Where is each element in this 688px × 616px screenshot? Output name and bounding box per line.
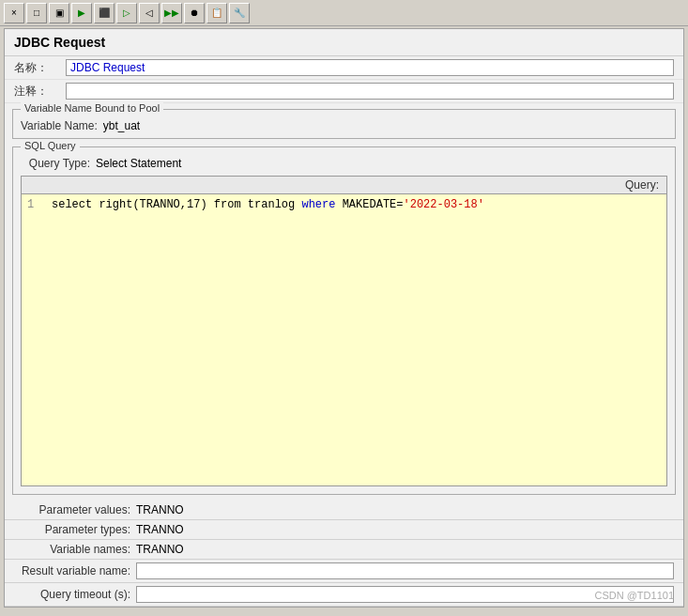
toolbar-btn-7[interactable]: ▶▶ (161, 3, 182, 23)
toolbar-btn-5[interactable]: ▷ (116, 3, 137, 23)
toolbar-btn-9[interactable]: 📋 (206, 3, 227, 23)
parameter-values-label: Parameter values: (14, 503, 136, 516)
variable-names-label: Variable names: (14, 543, 136, 556)
watermark: CSDN @TD1101 (594, 590, 674, 601)
toolbar-btn-4[interactable]: ⬛ (94, 3, 115, 23)
toolbar-btn-1[interactable]: □ (26, 3, 47, 23)
toolbar-btn-2[interactable]: ▣ (49, 3, 69, 23)
bottom-form: Parameter values: TRANNO Parameter types… (5, 500, 683, 607)
result-variable-row: Result variable name: (5, 560, 683, 583)
parameter-types-value: TRANNO (136, 523, 184, 536)
variable-name-label: Variable Name: (21, 119, 103, 132)
sql-text-part1: select right(TRANNO,17) from tranlog whe… (52, 198, 484, 211)
query-type-row: Query Type: Select Statement (21, 155, 667, 172)
sql-select: select right(TRANNO,17) from tranlog (52, 198, 301, 211)
parameter-values-row: Parameter values: TRANNO (5, 500, 683, 520)
parameter-types-label: Parameter types: (14, 523, 136, 536)
query-timeout-label: Query timeout (s): (14, 588, 136, 601)
toolbar-btn-6[interactable]: ◁ (139, 3, 160, 23)
query-header: Query: (22, 177, 666, 194)
toolbar-btn-3[interactable]: ▶ (71, 3, 92, 23)
panel-title: JDBC Request (5, 29, 683, 56)
query-timeout-row: Query timeout (s): (5, 583, 683, 607)
comment-row: 注释： (5, 80, 683, 103)
variable-names-row: Variable names: TRANNO (5, 540, 683, 560)
query-type-label: Query Type: (21, 157, 96, 170)
line-number: 1 (27, 198, 46, 211)
sql-section: SQL Query Query Type: Select Statement Q… (12, 146, 676, 495)
variable-name-row: Variable Name: ybt_uat (21, 117, 667, 134)
toolbar-btn-10[interactable]: 🔧 (229, 3, 250, 23)
main-panel: JDBC Request 名称： document.querySelector(… (4, 28, 684, 608)
result-variable-label: Result variable name: (14, 564, 136, 578)
toolbar: × □ ▣ ▶ ⬛ ▷ ◁ ▶▶ ⏺ 📋 🔧 (0, 0, 688, 26)
query-timeout-input[interactable] (136, 586, 674, 603)
result-variable-input[interactable] (136, 562, 674, 579)
sql-where-keyword: where (301, 198, 335, 211)
comment-input[interactable] (66, 83, 674, 100)
sql-text-part2: MAKEDATE= (335, 198, 403, 211)
query-editor[interactable]: 1 select right(TRANNO,17) from tranlog w… (22, 194, 666, 485)
toolbar-btn-8[interactable]: ⏺ (184, 3, 205, 23)
variable-section-legend: Variable Name Bound to Pool (21, 102, 163, 114)
toolbar-btn-close[interactable]: × (4, 3, 24, 23)
query-area-wrapper: Query: 1 select right(TRANNO,17) from tr… (21, 176, 667, 486)
sql-section-legend: SQL Query (21, 140, 80, 151)
variable-name-value: ybt_uat (103, 119, 140, 132)
variable-names-value: TRANNO (136, 543, 184, 556)
query-line-1: 1 select right(TRANNO,17) from tranlog w… (27, 198, 661, 211)
parameter-types-row: Parameter types: TRANNO (5, 520, 683, 540)
comment-label: 注释： (14, 84, 66, 100)
name-row: 名称： (5, 56, 683, 80)
parameter-values-value: TRANNO (136, 503, 184, 516)
query-type-value: Select Statement (96, 157, 181, 170)
name-label: 名称： (14, 60, 66, 76)
variable-section: Variable Name Bound to Pool Variable Nam… (12, 109, 676, 139)
sql-string-value: '2022-03-18' (403, 198, 483, 211)
name-input[interactable] (66, 59, 674, 76)
